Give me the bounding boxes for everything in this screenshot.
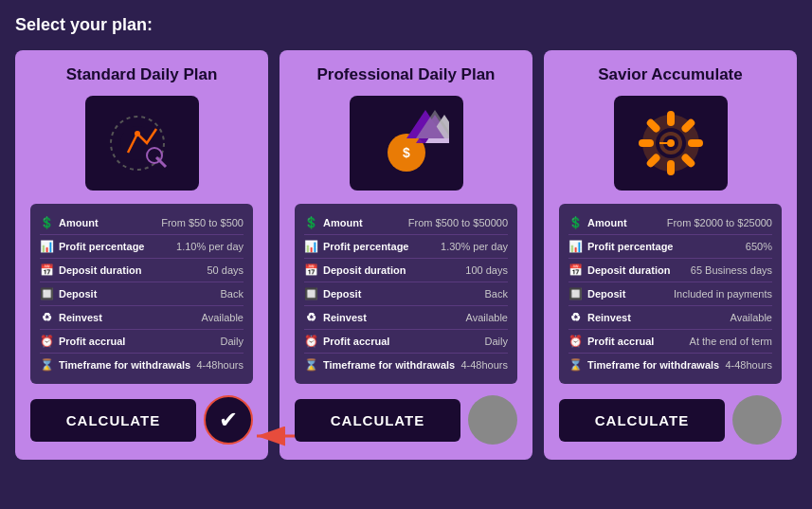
feature-value: 4-48hours: [460, 359, 508, 371]
feature-label-text: Timeframe for withdrawals: [323, 359, 455, 371]
feature-label-text: Deposit: [323, 288, 361, 300]
plan-icon-savior: [614, 96, 728, 191]
feature-label-text: Deposit duration: [323, 264, 406, 276]
feature-icon: 💲: [40, 216, 53, 229]
feature-value: 50 days: [207, 264, 244, 276]
feature-row: ⏰Profit accrualDaily: [304, 330, 508, 354]
feature-label-text: Deposit duration: [59, 264, 141, 276]
svg-line-15: [650, 158, 656, 164]
feature-value: Available: [731, 312, 772, 323]
feature-label: 🔲Deposit: [304, 287, 361, 300]
feature-label-text: Reinvest: [59, 312, 102, 323]
feature-label: ⌛Timeframe for withdrawals: [304, 358, 455, 372]
feature-label-text: Deposit: [59, 288, 97, 300]
feature-value: 100 days: [465, 264, 508, 276]
feature-label-text: Reinvest: [323, 312, 367, 323]
page-title: Select your plan:: [15, 15, 797, 35]
feature-value: Daily: [485, 336, 508, 347]
feature-row: ♻ReinvestAvailable: [40, 306, 244, 330]
feature-label: 📊Profit percentage: [40, 240, 144, 253]
feature-row: ⌛Timeframe for withdrawals4-48hours: [568, 354, 772, 376]
feature-icon: ⏰: [304, 335, 317, 348]
feature-label-text: Profit percentage: [323, 241, 408, 252]
feature-value: 4-48hours: [725, 359, 772, 371]
feature-row: ⏰Profit accrualAt the end of term: [568, 330, 772, 354]
plan-card-professional: Professional Daily Plan $ 💲AmountFrom $5…: [280, 50, 532, 460]
feature-label-text: Amount: [59, 217, 99, 228]
select-button-professional[interactable]: [468, 395, 517, 445]
feature-icon: 💲: [304, 216, 317, 229]
svg-line-13: [685, 158, 691, 164]
feature-row: 📊Profit percentage650%: [568, 235, 772, 259]
feature-label-text: Deposit: [587, 288, 625, 300]
plans-container: Standard Daily Plan 💲AmountFrom $50 to $…: [15, 50, 797, 460]
feature-label-text: Profit accrual: [59, 336, 125, 347]
feature-label: 💲Amount: [40, 216, 99, 229]
svg-text:$: $: [403, 145, 410, 160]
feature-value: From $2000 to $25000: [667, 217, 772, 228]
feature-label-text: Timeframe for withdrawals: [587, 359, 719, 371]
feature-icon: 🔲: [304, 287, 317, 300]
feature-row: 🔲DepositBack: [40, 282, 244, 306]
feature-label: 💲Amount: [568, 216, 627, 229]
feature-label-text: Deposit duration: [587, 264, 670, 276]
plan-card-standard: Standard Daily Plan 💲AmountFrom $50 to $…: [15, 50, 268, 460]
feature-label: 🔲Deposit: [40, 287, 97, 300]
feature-label-text: Profit percentage: [587, 241, 673, 252]
svg-line-17: [650, 123, 656, 129]
feature-row: 📊Profit percentage1.30% per day: [304, 235, 508, 259]
plan-title-professional: Professional Daily Plan: [316, 65, 495, 84]
feature-label: ♻Reinvest: [568, 311, 631, 324]
feature-value: Included in payments: [674, 288, 772, 300]
feature-value: From $500 to $50000: [408, 217, 508, 228]
feature-label-text: Profit accrual: [587, 336, 654, 347]
feature-label: ⌛Timeframe for withdrawals: [568, 358, 719, 372]
feature-label: ♻Reinvest: [40, 311, 102, 324]
feature-label: 📅Deposit duration: [40, 264, 141, 277]
feature-label: ⏰Profit accrual: [40, 335, 125, 348]
feature-label: 📅Deposit duration: [568, 264, 670, 277]
feature-icon: 📅: [568, 264, 582, 277]
feature-row: ⌛Timeframe for withdrawals4-48hours: [40, 354, 244, 376]
feature-value: At the end of term: [690, 336, 772, 347]
card-bottom-savior: CALCULATE: [559, 395, 782, 445]
feature-value: 65 Business days: [691, 264, 772, 276]
feature-row: 💲AmountFrom $500 to $50000: [304, 211, 508, 235]
feature-row: 📅Deposit duration65 Business days: [568, 259, 772, 282]
feature-icon: 📅: [40, 264, 53, 277]
feature-icon: 📊: [568, 240, 582, 253]
feature-row: 📅Deposit duration50 days: [40, 259, 244, 282]
calculate-button-professional[interactable]: CALCULATE: [295, 399, 460, 442]
feature-icon: ♻: [568, 311, 582, 324]
feature-icon: 🔲: [40, 287, 53, 300]
feature-row: 📊Profit percentage1.10% per day: [40, 235, 244, 259]
calculate-button-savior[interactable]: CALCULATE: [559, 399, 725, 442]
select-button-savior[interactable]: [732, 395, 782, 445]
feature-value: Available: [466, 312, 508, 323]
feature-icon: ♻: [40, 311, 53, 324]
checkmark-icon: ✔: [219, 407, 238, 433]
feature-icon: 🔲: [568, 287, 582, 300]
feature-label: 📊Profit percentage: [304, 240, 408, 253]
select-button-standard[interactable]: ✔: [204, 395, 253, 445]
plan-icon-standard: [85, 96, 199, 191]
svg-point-2: [135, 131, 140, 136]
feature-label: 📊Profit percentage: [568, 240, 673, 253]
feature-icon: ⏰: [40, 335, 53, 348]
feature-row: 💲AmountFrom $2000 to $25000: [568, 211, 772, 235]
feature-row: ♻ReinvestAvailable: [304, 306, 508, 330]
feature-label-text: Reinvest: [587, 312, 631, 323]
feature-value: Daily: [221, 336, 244, 347]
feature-label: ⏰Profit accrual: [304, 335, 389, 348]
calculate-button-standard[interactable]: CALCULATE: [30, 399, 196, 442]
feature-label: 📅Deposit duration: [304, 264, 406, 277]
plan-title-standard: Standard Daily Plan: [66, 65, 218, 84]
feature-row: ⌛Timeframe for withdrawals4-48hours: [304, 354, 508, 376]
feature-label-text: Timeframe for withdrawals: [59, 359, 190, 371]
feature-row: ⏰Profit accrualDaily: [40, 330, 244, 354]
feature-icon: ♻: [304, 311, 317, 324]
feature-icon: ⌛: [568, 358, 582, 372]
feature-label-text: Profit accrual: [323, 336, 389, 347]
plan-features-professional: 💲AmountFrom $500 to $50000📊Profit percen…: [295, 204, 517, 384]
feature-icon: ⌛: [304, 358, 317, 372]
